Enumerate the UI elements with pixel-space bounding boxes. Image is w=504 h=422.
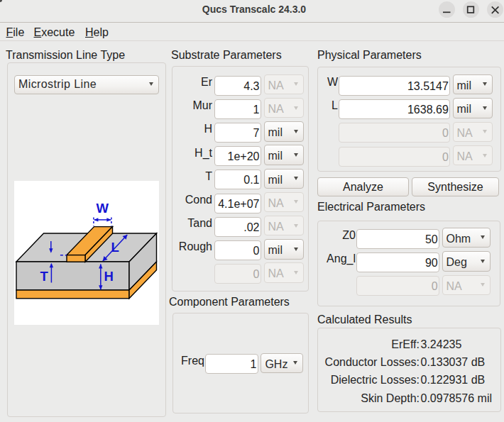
svg-text:T: T bbox=[40, 269, 48, 284]
svg-text:W: W bbox=[96, 201, 109, 216]
svg-text:L: L bbox=[111, 240, 119, 255]
svg-text:H: H bbox=[104, 269, 113, 284]
